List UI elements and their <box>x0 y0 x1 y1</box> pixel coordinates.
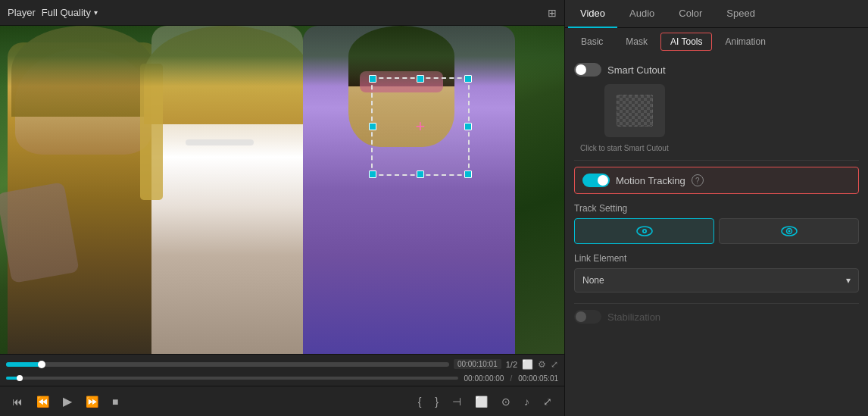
motion-tracking-row: Motion Tracking ? <box>582 174 851 187</box>
motion-tracking-toggle[interactable] <box>582 174 610 187</box>
smart-cutout-label: Smart Cutout <box>607 64 666 76</box>
main-layout: Player Full Quality ▾ ⊞ <box>0 0 868 416</box>
subtab-mask[interactable]: Mask <box>616 33 657 51</box>
audio-button[interactable]: ♪ <box>521 394 532 409</box>
cutout-icon <box>616 94 654 128</box>
stabilization-row: Stabilization <box>574 310 859 324</box>
timeline-progress <box>6 362 42 367</box>
track-setting-label: Track Setting <box>574 203 859 214</box>
bracket-left-button[interactable]: { <box>415 394 425 409</box>
time-current: 00:00:00:00 <box>464 374 504 383</box>
tab-audio[interactable]: Audio <box>617 0 667 28</box>
stop-button[interactable]: ■ <box>109 394 121 409</box>
selection-box[interactable]: + <box>371 77 470 176</box>
stab-toggle-knob <box>576 311 586 322</box>
help-icon[interactable]: ? <box>692 174 704 186</box>
edit-controls: { } ⊣ ⬜ ⊙ ♪ ⤢ <box>415 394 555 409</box>
rewind-button[interactable]: ⏮ <box>9 394 26 409</box>
link-element-chevron-icon: ▾ <box>846 275 851 286</box>
motion-toggle-knob <box>598 175 608 186</box>
fast-forward-button[interactable]: ⏩ <box>83 394 101 409</box>
selection-handle-bl[interactable] <box>369 170 376 178</box>
svg-point-11 <box>788 230 790 233</box>
motion-tracking-label: Motion Tracking <box>616 175 685 186</box>
time-slash: / <box>510 374 512 383</box>
svg-rect-4 <box>617 95 653 127</box>
header-icon: ⊞ <box>548 7 557 19</box>
motion-tracking-box: Motion Tracking ? <box>574 167 859 194</box>
quality-select[interactable]: Full Quality ▾ <box>42 7 98 18</box>
time-badge: 00:00:10:01 <box>454 359 501 369</box>
main-tabs: Video Audio Color Speed <box>565 0 868 28</box>
bracket-right-button[interactable]: } <box>432 394 442 409</box>
subtab-ai-tools[interactable]: AI Tools <box>660 33 712 51</box>
tab-color[interactable]: Color <box>667 0 714 28</box>
link-element-section: Link Element None ▾ <box>574 253 859 292</box>
smart-cutout-row: Smart Cutout <box>574 63 859 77</box>
progress-thumb <box>17 375 23 381</box>
selection-handle-bc[interactable] <box>417 170 424 178</box>
divider-2 <box>574 303 859 304</box>
progress-bar-row: 00:00:00:00 / 00:00:05:01 <box>0 374 564 386</box>
toggle-knob <box>576 64 586 75</box>
smart-cutout-icon-button[interactable] <box>604 84 665 137</box>
selection-handle-ml[interactable] <box>369 123 376 130</box>
settings-icon: ⚙ <box>538 359 546 370</box>
link-element-label: Link Element <box>574 253 859 264</box>
panel-content: Smart Cutout <box>565 55 868 416</box>
tab-video[interactable]: Video <box>568 0 617 28</box>
link-element-value: None <box>582 275 604 286</box>
video-background: + <box>0 26 564 354</box>
track-position-icon <box>636 224 653 238</box>
player-label: Player <box>8 7 36 18</box>
play-button[interactable]: ▶ <box>60 393 75 410</box>
timeline-row: 00:00:10:01 1/2 ⬜ ⚙ ⤢ <box>0 354 564 374</box>
crosshair-icon: + <box>416 117 426 136</box>
track-buttons <box>574 218 859 244</box>
selection-handle-mr[interactable] <box>464 123 472 130</box>
quality-chevron-icon: ▾ <box>94 8 98 17</box>
track-view-icon <box>781 224 798 238</box>
full-progress-bar[interactable] <box>6 377 458 380</box>
page-indicator: 1/2 <box>506 360 517 369</box>
stabilization-toggle[interactable] <box>574 310 601 324</box>
player-header: Player Full Quality ▾ ⊞ <box>0 0 564 26</box>
bottom-controls: ⏮ ⏪ ▶ ⏩ ■ { } ⊣ ⬜ ⊙ ♪ ⤢ <box>0 386 564 416</box>
subtabs-row: Basic Mask AI Tools Animation <box>565 28 868 55</box>
step-back-button[interactable]: ⏪ <box>33 394 52 409</box>
selection-handle-tc[interactable] <box>417 75 424 83</box>
player-left: Player Full Quality ▾ <box>8 7 98 18</box>
fullscreen-button[interactable]: ⤢ <box>540 394 555 409</box>
link-element-select[interactable]: None ▾ <box>574 268 859 292</box>
snapshot-button[interactable]: ⊙ <box>498 394 514 409</box>
smart-cutout-toggle[interactable] <box>574 63 601 77</box>
expand-icon: ⤢ <box>551 359 558 370</box>
delete-button[interactable]: ⬜ <box>472 394 491 409</box>
playback-controls: ⏮ ⏪ ▶ ⏩ ■ <box>9 393 121 410</box>
selection-handle-tr[interactable] <box>464 75 472 83</box>
video-area: + <box>0 26 564 354</box>
time-total: 00:00:05:01 <box>518 374 558 383</box>
monitor-icon: ⬜ <box>522 359 533 370</box>
quality-label: Full Quality <box>42 7 91 18</box>
tab-speed[interactable]: Speed <box>714 0 767 28</box>
left-panel: Player Full Quality ▾ ⊞ <box>0 0 564 416</box>
selection-handle-br[interactable] <box>464 170 472 178</box>
selection-handle-tl[interactable] <box>369 75 376 83</box>
stabilization-label: Stabilization <box>607 311 660 323</box>
timeline-track[interactable] <box>6 362 449 367</box>
subtab-animation[interactable]: Animation <box>715 33 775 51</box>
track-setting-section: Track Setting <box>574 203 859 244</box>
subtab-basic[interactable]: Basic <box>571 33 613 51</box>
split-button[interactable]: ⊣ <box>449 394 464 409</box>
smart-cutout-hint: Click to start Smart Cutout <box>580 144 669 152</box>
track-btn-1[interactable] <box>574 218 714 244</box>
timeline-thumb <box>38 361 45 368</box>
svg-point-8 <box>643 230 645 232</box>
right-panel: Video Audio Color Speed Basic Mask AI To… <box>564 0 868 416</box>
divider-1 <box>574 160 859 161</box>
track-btn-2[interactable] <box>719 218 859 244</box>
